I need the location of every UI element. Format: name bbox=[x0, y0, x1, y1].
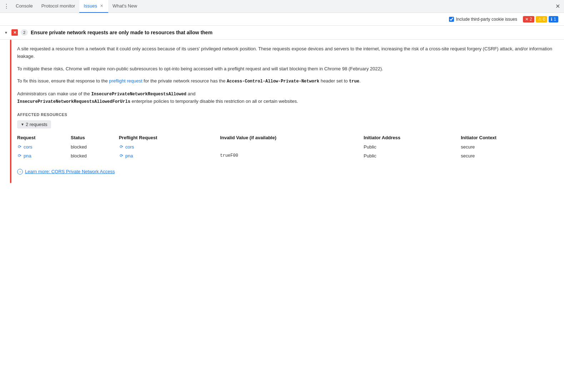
fix-text-after-1: for the private network resource has the bbox=[143, 78, 227, 84]
table-row: ⟳ cors blocked ⟳ cors bbox=[17, 142, 555, 151]
fix-code-1: Access-Control-Allow-Private-Network bbox=[227, 79, 319, 84]
issue-paragraph-2: To mitigate these risks, Chrome will req… bbox=[17, 65, 555, 73]
devtools-menu-icon[interactable]: ⋮ bbox=[1, 1, 11, 11]
requests-toggle-label: 2 requests bbox=[26, 122, 48, 127]
main-content: ▼ ✕ 2 Ensure private network requests ar… bbox=[0, 26, 564, 392]
row1-initiator-address: Public bbox=[364, 142, 461, 151]
info-badge-icon: ℹ bbox=[551, 17, 553, 22]
tab-protocol-monitor-label: Protocol monitor bbox=[41, 3, 75, 9]
third-party-cookie-checkbox-label[interactable]: Include third-party cookie issues bbox=[449, 17, 517, 22]
issue-paragraph-1: A site requested a resource from a netwo… bbox=[17, 45, 555, 60]
tab-issues[interactable]: Issues ✕ bbox=[79, 0, 108, 13]
error-badge: ✕ 2 bbox=[523, 16, 534, 22]
learn-more-link[interactable]: Learn more: CORS Private Network Access bbox=[25, 169, 115, 174]
row2-invalid-value: trueF00 bbox=[220, 151, 364, 160]
warning-badge-count: 0 bbox=[543, 17, 545, 22]
tab-whats-new-label: What's New bbox=[113, 3, 137, 9]
issue-fix-paragraph: To fix this issue, ensure that response … bbox=[17, 77, 555, 85]
row1-preflight-link-icon: ⟳ bbox=[119, 144, 124, 149]
fix-text-after-2: header set to bbox=[319, 78, 349, 84]
issue-admin-paragraph: Administrators can make use of the Insec… bbox=[17, 90, 555, 105]
row2-status: blocked bbox=[71, 151, 119, 160]
issue-badges: ✕ 2 ⚠ 0 ℹ 1 bbox=[523, 16, 558, 22]
row2-preflight: ⟳ pna bbox=[119, 151, 220, 160]
row2-initiator-address: Public bbox=[364, 151, 461, 160]
issue-chevron-icon: ▼ bbox=[4, 31, 9, 35]
issue-title: Ensure private network requests are only… bbox=[31, 30, 213, 35]
tab-whats-new[interactable]: What's New bbox=[108, 0, 141, 13]
error-badge-count: 2 bbox=[530, 17, 532, 22]
table-row: ⟳ pna blocked ⟳ pna bbox=[17, 151, 555, 160]
col-header-initiator-address: Initiator Address bbox=[364, 133, 461, 142]
warning-badge: ⚠ 0 bbox=[536, 16, 548, 22]
admin-code-2: InsecurePrivateNetworkRequestsAllowedFor… bbox=[17, 99, 130, 104]
tab-issues-close-icon[interactable]: ✕ bbox=[99, 3, 104, 9]
info-badge: ℹ 1 bbox=[549, 16, 558, 22]
learn-more-icon: → bbox=[17, 169, 23, 175]
requests-toggle[interactable]: ▼ 2 requests bbox=[17, 120, 51, 129]
row2-initiator-context: secure bbox=[461, 151, 555, 160]
third-party-cookie-checkbox[interactable] bbox=[449, 17, 454, 22]
affected-resources-label: Affected Resources bbox=[17, 112, 555, 117]
issue-content: A site requested a resource from a netwo… bbox=[11, 40, 564, 183]
row1-initiator-context: secure bbox=[461, 142, 555, 151]
fix-text-after-3: . bbox=[359, 78, 361, 84]
warning-badge-icon: ⚠ bbox=[538, 17, 542, 22]
window-close-button[interactable]: ✕ bbox=[553, 1, 563, 11]
tab-bar: ⋮ Console Protocol monitor Issues ✕ What… bbox=[0, 0, 564, 13]
admin-text-before: Administrators can make use of the bbox=[17, 91, 91, 96]
row1-preflight-anchor[interactable]: cors bbox=[125, 144, 134, 150]
row1-request-anchor[interactable]: cors bbox=[24, 144, 33, 150]
col-header-initiator-context: Initiator Context bbox=[461, 133, 555, 142]
issue-error-icon: ✕ bbox=[11, 29, 18, 36]
issues-panel: ▼ ✕ 2 Ensure private network requests ar… bbox=[0, 26, 564, 392]
preflight-request-link[interactable]: preflight request bbox=[109, 78, 142, 84]
admin-text-after: enterprise policies to temporarily disab… bbox=[130, 99, 298, 104]
row1-request-link[interactable]: ⟳ cors bbox=[17, 144, 66, 150]
row1-status: blocked bbox=[71, 142, 119, 151]
row2-request-link-icon: ⟳ bbox=[17, 153, 22, 158]
fix-code-2: true bbox=[349, 79, 359, 84]
col-header-preflight: Preflight Request bbox=[119, 133, 220, 142]
row1-preflight-link[interactable]: ⟳ cors bbox=[119, 144, 216, 150]
tab-console-label: Console bbox=[16, 3, 33, 9]
affected-resources: Affected Resources ▼ 2 requests Request … bbox=[17, 112, 555, 160]
row1-invalid-value bbox=[220, 142, 364, 151]
row1-preflight: ⟳ cors bbox=[119, 142, 220, 151]
col-header-request: Request bbox=[17, 133, 71, 142]
issue-body: A site requested a resource from a netwo… bbox=[0, 40, 564, 183]
admin-text-mid: and bbox=[186, 91, 195, 96]
row2-request: ⟳ pna bbox=[17, 151, 71, 160]
row1-request: ⟳ cors bbox=[17, 142, 71, 151]
requests-toggle-chevron-icon: ▼ bbox=[21, 122, 24, 126]
row2-preflight-anchor[interactable]: pna bbox=[125, 153, 133, 159]
col-header-status: Status bbox=[71, 133, 119, 142]
info-badge-count: 1 bbox=[554, 17, 556, 22]
row2-request-link[interactable]: ⟳ pna bbox=[17, 153, 66, 159]
col-header-invalid-value: Invalid Value (if available) bbox=[220, 133, 364, 142]
learn-more: → Learn more: CORS Private Network Acces… bbox=[17, 169, 555, 175]
issues-toolbar: Include third-party cookie issues ✕ 2 ⚠ … bbox=[0, 13, 564, 26]
row1-request-link-icon: ⟳ bbox=[17, 144, 22, 149]
third-party-cookie-label: Include third-party cookie issues bbox=[456, 17, 517, 22]
row2-preflight-link-icon: ⟳ bbox=[119, 153, 124, 158]
row2-preflight-link[interactable]: ⟳ pna bbox=[119, 153, 216, 159]
row2-request-anchor[interactable]: pna bbox=[24, 153, 31, 159]
requests-table: Request Status Preflight Request Invalid… bbox=[17, 133, 555, 160]
tab-console[interactable]: Console bbox=[11, 0, 37, 13]
table-header-row: Request Status Preflight Request Invalid… bbox=[17, 133, 555, 142]
error-badge-icon: ✕ bbox=[525, 17, 529, 22]
issue-count-badge: 2 bbox=[21, 29, 28, 36]
admin-code-1: InsecurePrivateNetworkRequestsAllowed bbox=[91, 92, 186, 97]
issue-header[interactable]: ▼ ✕ 2 Ensure private network requests ar… bbox=[0, 26, 564, 40]
tab-issues-label: Issues bbox=[84, 3, 97, 9]
fix-text-before: To fix this issue, ensure that response … bbox=[17, 78, 109, 84]
tab-protocol-monitor[interactable]: Protocol monitor bbox=[37, 0, 80, 13]
